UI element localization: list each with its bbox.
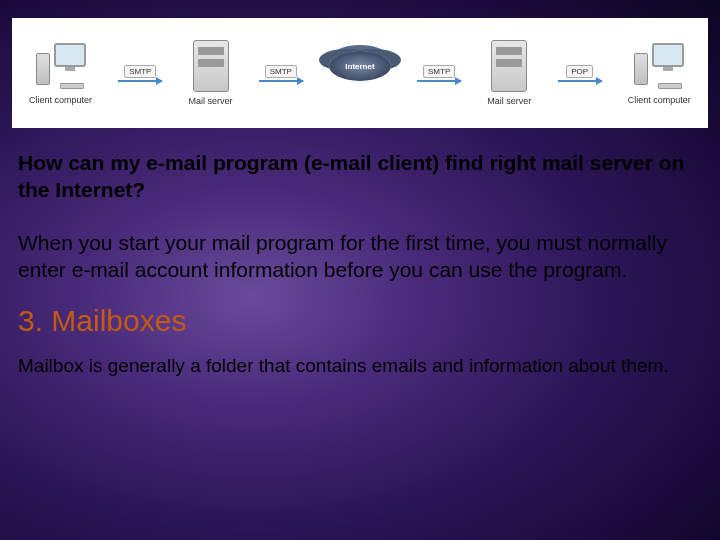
mail-server-right: Mail server: [487, 40, 531, 106]
section-title: 3. Mailboxes: [18, 304, 702, 338]
protocol-label: SMTP: [423, 65, 455, 78]
node-label: [359, 88, 362, 98]
protocol-label: POP: [566, 65, 593, 78]
section-body: Mailbox is generally a folder that conta…: [18, 354, 702, 378]
node-label: Mail server: [487, 96, 531, 106]
question-heading: How can my e-mail program (e-mail client…: [18, 150, 702, 204]
cloud-icon: Internet: [329, 48, 391, 84]
server-icon: [193, 40, 229, 92]
node-label: Client computer: [29, 95, 92, 105]
email-flow-diagram: Client computer SMTP Mail server SMTP In…: [12, 18, 708, 128]
client-computer-left: Client computer: [29, 41, 92, 105]
arrow-smtp-3: SMTP: [417, 65, 461, 82]
client-computer-right: Client computer: [628, 41, 691, 105]
node-label: Client computer: [628, 95, 691, 105]
mail-server-left: Mail server: [189, 40, 233, 106]
answer-paragraph: When you start your mail program for the…: [18, 230, 702, 284]
server-icon: [491, 40, 527, 92]
slide-content: How can my e-mail program (e-mail client…: [0, 140, 720, 388]
protocol-label: SMTP: [265, 65, 297, 78]
cloud-label: Internet: [345, 62, 374, 71]
arrow-smtp-1: SMTP: [118, 65, 162, 82]
arrow-pop: POP: [558, 65, 602, 82]
node-label: Mail server: [189, 96, 233, 106]
computer-icon: [36, 41, 86, 91]
arrow-smtp-2: SMTP: [259, 65, 303, 82]
internet-cloud: Internet: [329, 48, 391, 98]
protocol-label: SMTP: [124, 65, 156, 78]
computer-icon: [634, 41, 684, 91]
